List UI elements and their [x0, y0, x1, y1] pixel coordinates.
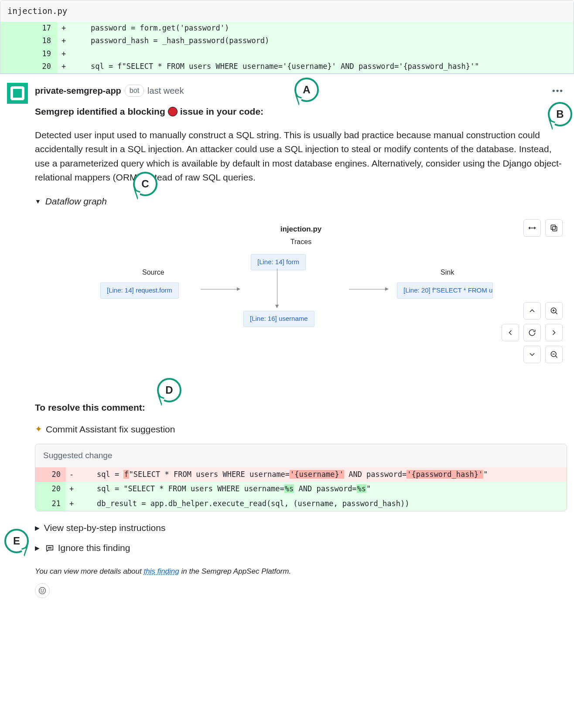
issue-heading-post: issue in your code:: [180, 105, 263, 119]
diff-container: injection.py 17+ password = form.get('pa…: [0, 0, 574, 74]
footer-note: You can view more details about this fin…: [35, 566, 567, 577]
sparkle-icon: ✦: [35, 422, 42, 435]
suggested-change: Suggested change 20 - sql = f"SELECT * F…: [35, 444, 567, 511]
suggested-change-header: Suggested change: [35, 444, 567, 467]
graph-zoom-in[interactable]: [545, 302, 563, 320]
disclosure-triangle-right-icon: ▶: [35, 544, 40, 553]
issue-heading-pre: Semgrep identified a blocking: [35, 105, 165, 119]
diff-line-added: 20+ sql = f"SELECT * FROM users WHERE us…: [0, 60, 574, 73]
graph-node-mid-bottom[interactable]: [Line: 16] username: [243, 311, 314, 327]
graph-node-source[interactable]: [Line: 14] request.form: [100, 282, 179, 299]
blocking-severity-icon: [168, 107, 178, 116]
chevron-up-icon: [528, 306, 536, 315]
diff-line-added: 20 + sql = "SELECT * FROM users WHERE us…: [35, 482, 567, 497]
diff-line-added: 17+ password = form.get('password'): [0, 22, 574, 35]
graph-fit-button[interactable]: [523, 219, 541, 237]
graph-source-label: Source: [142, 267, 164, 278]
svg-point-6: [51, 548, 51, 548]
diff-file-name: injection.py: [0, 0, 574, 22]
view-steps-label: View step-by-step instructions: [44, 523, 166, 533]
this-finding-link[interactable]: this finding: [144, 567, 179, 575]
copy-icon: [550, 224, 558, 232]
comment: private-semgrep-app bot last week ••• Se…: [0, 74, 574, 607]
add-reaction-button[interactable]: [35, 583, 50, 598]
graph-reset[interactable]: [523, 324, 541, 341]
graph-sink-label: Sink: [441, 267, 454, 278]
diff-line-added: 21 + db_result = app.db_helper.execute_r…: [35, 497, 567, 511]
graph-arrow-down: [277, 269, 277, 308]
disclosure-triangle-down-icon: ▼: [35, 197, 41, 206]
diff-line-added: 19+: [0, 48, 574, 61]
arrows-horizontal-icon: [528, 224, 536, 232]
zoom-in-icon: [550, 306, 558, 315]
svg-point-8: [41, 589, 41, 590]
comment-menu-button[interactable]: •••: [549, 83, 567, 99]
comment-time[interactable]: last week: [147, 84, 184, 97]
comment-icon: [45, 544, 55, 553]
refresh-icon: [528, 328, 536, 337]
bot-badge: bot: [125, 85, 144, 97]
diff-line-added: 18+ password_hash = _hash_password(passw…: [0, 34, 574, 48]
dataflow-toggle[interactable]: ▼ Dataflow graph: [35, 196, 107, 206]
comment-author[interactable]: private-semgrep-app: [35, 84, 121, 97]
graph-nav-left[interactable]: [502, 324, 519, 341]
ignore-finding-label: Ignore this finding: [58, 543, 130, 553]
ignore-finding-toggle[interactable]: ▶ Ignore this finding: [35, 543, 130, 553]
graph-nav-right[interactable]: [545, 324, 563, 341]
graph-file: injection.py: [280, 224, 321, 235]
dataflow-label: Dataflow graph: [45, 196, 107, 206]
graph-nav-down[interactable]: [523, 346, 541, 363]
graph-arrow: [201, 289, 240, 289]
chevron-right-icon: [550, 328, 558, 337]
issue-description: Detected user input used to manually con…: [35, 128, 567, 185]
view-steps-toggle[interactable]: ▶ View step-by-step instructions: [35, 523, 165, 533]
callout-e: E: [13, 533, 20, 549]
dataflow-graph: injection.py Traces Source Sink [Line: 1…: [35, 215, 567, 389]
graph-node-sink[interactable]: [Line: 20] f"SELECT * FROM u: [397, 282, 493, 299]
svg-point-7: [39, 587, 46, 594]
avatar: [7, 83, 28, 104]
diff-line-deleted: 20 - sql = f"SELECT * FROM users WHERE u…: [35, 467, 567, 482]
graph-nav-up[interactable]: [523, 302, 541, 320]
zoom-out-icon: [550, 350, 558, 359]
graph-node-mid-top[interactable]: [Line: 14] form: [251, 254, 306, 270]
graph-copy-button[interactable]: [545, 219, 563, 237]
chevron-down-icon: [528, 350, 536, 359]
graph-traces-label: Traces: [290, 237, 311, 247]
graph-zoom-out[interactable]: [545, 346, 563, 363]
svg-point-5: [49, 548, 50, 548]
issue-heading: Semgrep identified a blocking issue in y…: [35, 105, 567, 119]
graph-arrow: [349, 289, 388, 289]
assistant-suggestion-label: ✦ Commit Assistant fix suggestion: [35, 422, 567, 436]
svg-rect-1: [551, 225, 555, 230]
svg-point-4: [48, 548, 48, 548]
chevron-left-icon: [506, 328, 515, 337]
resolve-heading: To resolve this comment: D: [35, 401, 567, 415]
smiley-icon: [38, 586, 47, 595]
svg-rect-0: [553, 227, 557, 231]
svg-point-9: [43, 589, 44, 590]
disclosure-triangle-right-icon: ▶: [35, 524, 40, 533]
